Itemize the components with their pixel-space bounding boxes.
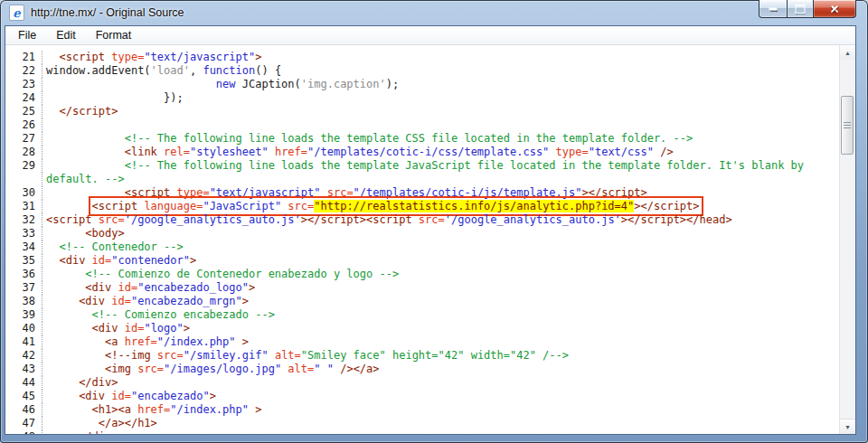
code-text: <!--img src="/smiley.gif" alt="Smiley fa… xyxy=(42,349,569,363)
code-line: 47 </a></h1> xyxy=(5,417,840,430)
code-text: <script src='/google_analytics_auto.js'>… xyxy=(42,213,732,227)
source-viewer-window: e http://tne.mx/ - Original Source File … xyxy=(0,0,868,443)
code-text: <body> xyxy=(42,227,125,240)
minimize-button[interactable] xyxy=(759,0,788,18)
code-text: <div id="encabezado_mrgn"> xyxy=(42,295,249,308)
line-number: 35 xyxy=(5,254,42,268)
scroll-down-icon: ▼ xyxy=(844,424,851,430)
code-line: 34 <!-- Contenedor --> xyxy=(5,240,840,254)
line-number: 39 xyxy=(5,308,42,322)
code-line: 42 <!--img src="/smiley.gif" alt="Smiley… xyxy=(5,349,840,363)
line-number: 36 xyxy=(5,268,42,281)
scroll-up-icon: ▲ xyxy=(844,50,851,56)
code-text: <div id="encabezado_logo"> xyxy=(42,281,255,295)
line-number: 26 xyxy=(5,118,42,132)
code-text: <script type="text/javascript" src="/tem… xyxy=(42,186,647,200)
line-number: 21 xyxy=(5,51,42,64)
code-text: <div id="logo"> xyxy=(42,322,190,335)
line-number: 38 xyxy=(5,295,42,308)
code-line: 40 <div id="logo"> xyxy=(5,322,840,335)
maximize-button[interactable] xyxy=(788,0,814,18)
code-line: default. --> xyxy=(5,173,840,186)
line-number: 30 xyxy=(5,186,42,200)
line-number: 28 xyxy=(5,146,42,159)
code-line: 30 <script type="text/javascript" src="/… xyxy=(5,186,840,200)
line-number: 37 xyxy=(5,281,42,295)
vertical-scrollbar[interactable]: ▲ ▼ xyxy=(839,45,855,434)
line-number: 23 xyxy=(5,78,42,91)
code-line: 38 <div id="encabezado_mrgn"> xyxy=(5,295,840,308)
code-line: 39 <!-- Comienzo encabezado --> xyxy=(5,308,840,322)
close-button[interactable] xyxy=(814,0,856,18)
scrollbar-thumb[interactable] xyxy=(841,96,854,155)
menu-item-file[interactable]: File xyxy=(8,26,46,44)
code-line: 35 <div id="contenedor"> xyxy=(5,254,840,268)
code-line: 32<script src='/google_analytics_auto.js… xyxy=(5,213,840,227)
menu-item-format[interactable]: Format xyxy=(86,26,142,44)
line-number: 43 xyxy=(5,363,42,376)
line-number: 22 xyxy=(5,64,42,78)
line-number: 33 xyxy=(5,227,42,240)
window-controls xyxy=(759,0,856,18)
code-line: 24 }); xyxy=(5,91,840,105)
scroll-up-button[interactable]: ▲ xyxy=(840,45,855,60)
line-number: 48 xyxy=(5,430,42,434)
line-number: 44 xyxy=(5,376,42,390)
code-line: 46 <h1><a href="/index.php" > xyxy=(5,403,840,417)
code-line: 26 xyxy=(5,118,840,132)
code-line: 36 <!-- Comienzo de Contenedor enabezado… xyxy=(5,268,840,281)
line-number: 40 xyxy=(5,322,42,335)
menubar: File Edit Format xyxy=(5,26,855,45)
code-text: <!-- Comienzo de Contenedor enabezado y … xyxy=(42,268,399,281)
line-number: 45 xyxy=(5,390,42,403)
code-text: </div> xyxy=(42,376,118,390)
code-line: 48 </div> xyxy=(5,430,840,434)
code-line: 25 </script> xyxy=(5,105,840,118)
line-number: 27 xyxy=(5,132,42,146)
code-text: <img src="/images/logo.jpg" alt=" " /></… xyxy=(42,363,380,376)
titlebar[interactable]: e http://tne.mx/ - Original Source xyxy=(0,0,868,25)
code-text: }); xyxy=(42,91,184,105)
scroll-down-button[interactable]: ▼ xyxy=(840,419,855,434)
ie-logo-icon: e xyxy=(9,5,24,21)
code-line: 33 <body> xyxy=(5,227,840,240)
code-text: <!-- Comienzo encabezado --> xyxy=(42,308,275,322)
code-line: 23 new JCaption('img.caption'); xyxy=(5,78,840,91)
line-number: 42 xyxy=(5,349,42,363)
code-line: 31 <script language="JavaScript" src="ht… xyxy=(5,200,840,213)
line-number: 34 xyxy=(5,240,42,254)
maximize-icon xyxy=(796,5,806,14)
code-line: 45 <div id="encabezado"> xyxy=(5,390,840,403)
line-number: 47 xyxy=(5,417,42,430)
code-rows: 21 <script type="text/javascript">22wind… xyxy=(5,51,840,434)
code-text: <div id="encabezado"> xyxy=(42,390,216,403)
highlight-box: <script language="JavaScript" src="http:… xyxy=(92,200,700,212)
code-line: 43 <img src="/images/logo.jpg" alt=" " /… xyxy=(5,363,840,376)
line-number: 24 xyxy=(5,91,42,105)
code-line: 37 <div id="encabezado_logo"> xyxy=(5,281,840,295)
code-text: </script> xyxy=(42,105,118,118)
code-line: 27 <!-- The following line loads the tem… xyxy=(5,132,840,146)
code-line: 28 <link rel="stylesheet" href="/templat… xyxy=(5,146,840,159)
code-line: 22window.addEvent('load', function() { xyxy=(5,64,840,78)
code-text xyxy=(42,118,46,132)
code-text: <!-- Contenedor --> xyxy=(42,240,184,254)
code-text: <!-- The following line loads the templa… xyxy=(42,159,804,173)
line-number: 32 xyxy=(5,213,42,227)
line-number: 41 xyxy=(5,335,42,349)
code-text: <a href="/index.php" > xyxy=(42,335,249,349)
minimize-icon xyxy=(769,8,778,11)
line-number: 46 xyxy=(5,403,42,417)
line-number: 25 xyxy=(5,105,42,118)
line-number xyxy=(5,173,42,186)
code-line: 21 <script type="text/javascript"> xyxy=(5,51,840,64)
source-code-area[interactable]: 21 <script type="text/javascript">22wind… xyxy=(5,45,840,434)
code-line: 29 <!-- The following line loads the tem… xyxy=(5,159,840,173)
menu-item-edit[interactable]: Edit xyxy=(46,26,86,44)
code-text: <link rel="stylesheet" href="/templates/… xyxy=(42,146,674,159)
code-text: new JCaption('img.caption'); xyxy=(42,78,399,91)
code-text: <script language="JavaScript" src="http:… xyxy=(42,200,700,213)
code-text: </div> xyxy=(42,430,118,434)
scrollbar-grip-icon xyxy=(844,122,851,129)
close-icon xyxy=(829,4,840,14)
